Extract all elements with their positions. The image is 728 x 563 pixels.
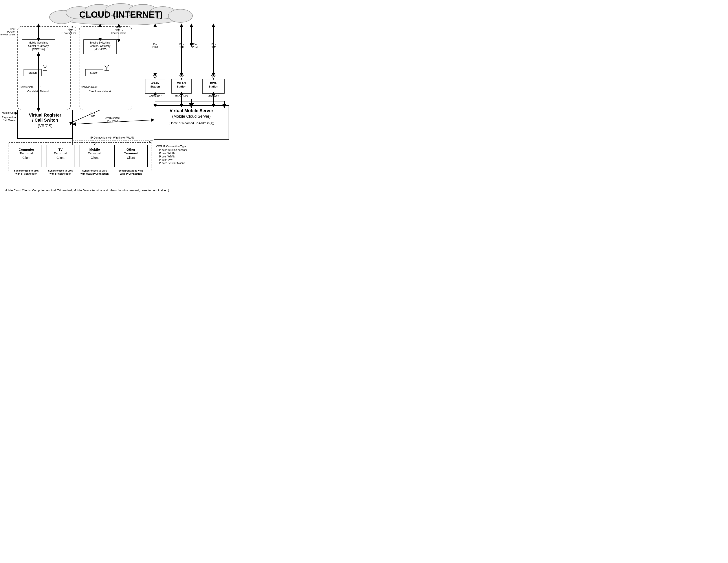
vms-ip-pdm1: IP or [192, 43, 197, 46]
registration-label2: Call Center [3, 119, 16, 122]
owa-box: OWA IP Connection Type: IP over Wireline… [156, 145, 187, 165]
svg-rect-8 [18, 26, 70, 110]
owa-item1: IP over Wireline network [158, 149, 187, 152]
left-msc-line2: Center / Gateway [28, 44, 49, 48]
tv-terminal-title1: TV [58, 148, 62, 151]
other-sync2: with IP Connection [120, 173, 142, 175]
computer-terminal-group: Computer Terminal Client [11, 145, 42, 167]
tv-sync2: with IP Connection [50, 173, 72, 175]
mobile-terminal-group: Mobile Terminal Client [79, 142, 110, 167]
wpan-title2: Station [150, 85, 160, 88]
wlan-title2: Station [177, 85, 186, 88]
vr-cs-group: Virtual Register / Call Switch (VR/CS) M… [2, 110, 73, 139]
owa-item2: IP over WLAN [158, 152, 175, 155]
vms-group: Virtual Mobile Server (Mobile Cloud Serv… [154, 106, 229, 140]
left-msc-line3: (MSC/GW) [32, 48, 45, 51]
center-to-vr-ip2: PDM [90, 115, 95, 117]
left-cellular-id-num: 1 [40, 86, 42, 89]
center-conn-label1-3: IP over others [61, 32, 76, 34]
cloud-shape: CLOUD (INTERNET) [50, 4, 193, 25]
vr-cs-subtitle: (VR/CS) [38, 124, 53, 128]
tv-terminal-title2: Terminal [54, 151, 67, 155]
left-conn-label-line2: PDM or [7, 30, 16, 33]
left-candidate-network: Mobile Switching Center / Gateway (MSC/G… [0, 25, 70, 110]
svg-marker-33 [211, 75, 215, 79]
center-msc-line1: Mobile Switching [90, 41, 110, 44]
owa-item4: IP over BWA [158, 158, 173, 162]
mobile-sync1: Synchronized to VMS [82, 169, 107, 172]
svg-line-40 [73, 110, 100, 122]
vms-ip-pdm2: PDM [192, 46, 198, 48]
ip-connection-label: IP Connection with Wireline or WLAN [90, 136, 134, 139]
other-terminal-title1: Other [127, 148, 135, 151]
svg-marker-30 [180, 75, 183, 79]
other-sync1: Synchronized to VMS [119, 169, 143, 172]
vms-title1: Virtual Mobile Server [170, 108, 213, 113]
bottom-caption: Mobile Cloud Clients: Computer terminal,… [4, 189, 238, 192]
sync-label1: Synchronized [105, 117, 120, 119]
cloud-title: CLOUD (INTERNET) [79, 10, 163, 19]
left-station-label: Station [28, 71, 37, 74]
mobile-sync2: with OWA IP Connection [80, 173, 109, 175]
tv-terminal-sub: Client [57, 156, 64, 160]
bwa-title2: Station [209, 85, 218, 88]
vr-cs-title1: Virtual Register [29, 113, 61, 118]
svg-marker-50 [93, 142, 96, 145]
mobile-terminal-sub: Client [91, 156, 99, 160]
center-to-vr-ip1: IP or [90, 112, 95, 114]
vms-detail: (Home or Roamed IP Address(s)) [169, 121, 214, 125]
wpan-title1: WPAN [151, 82, 160, 85]
center-msc-line3: (MSC/GW) [94, 48, 107, 51]
svg-marker-11 [43, 65, 47, 68]
other-terminal-title2: Terminal [124, 151, 138, 155]
other-terminal-sub: Client [127, 156, 135, 160]
wlan-title1: WLAN [177, 82, 186, 85]
center-msc-line2: Center / Gateway [90, 44, 110, 48]
computer-sync1: Synchronized to VMS [14, 169, 39, 172]
center-candidate-network: Mobile Switching Center / Gateway (MSC/G… [61, 25, 132, 110]
svg-marker-18 [105, 65, 109, 68]
sync-label2: IP or PDM [107, 120, 118, 123]
svg-rect-15 [79, 26, 132, 110]
center-conn-label1-1: IP or [71, 26, 76, 29]
left-conn-label-line3: IP over others [0, 33, 16, 36]
left-msc-line1: Mobile Switching [29, 41, 48, 44]
svg-line-60 [147, 140, 154, 143]
other-terminal-group: Other Terminal Client [114, 145, 147, 167]
full-diagram: CLOUD (INTERNET) Mobile Switching Center… [4, 4, 238, 187]
center-conn-label1-2: PDM or [68, 29, 76, 31]
owa-title: OWA IP Connection Type: [156, 145, 187, 148]
left-cellular-id: Cellular ID# [20, 86, 33, 89]
registration-label1: Registration [2, 116, 16, 119]
computer-terminal-title1: Computer [19, 148, 34, 151]
computer-terminal-sub: Client [22, 156, 30, 160]
svg-point-7 [168, 9, 193, 22]
computer-sync2: with IP Connection [15, 173, 37, 175]
mobile-terminal-title2: Terminal [88, 151, 101, 155]
left-conn-label-line1: IP or [10, 28, 15, 30]
vms-subtitle: (Mobile Cloud Server) [172, 114, 211, 119]
owa-item5: IP over Cellular Mobile [158, 162, 185, 165]
svg-marker-27 [153, 75, 157, 79]
diagram-container: CLOUD (INTERNET) Mobile Switching Center… [4, 4, 238, 192]
bwa-title1: BWA [210, 82, 217, 85]
diagram-svg: CLOUD (INTERNET) Mobile Switching Center… [4, 4, 238, 187]
center-candidate-label: Candidate Network [89, 90, 112, 93]
vr-cs-title2: / Call Switch [32, 118, 58, 123]
tv-sync1: Synchronized to VMS [48, 169, 73, 172]
center-station-label: Station [90, 71, 98, 74]
mobile-terminal-title1: Mobile [89, 148, 100, 151]
mobile-user-label: Mobile User [2, 111, 16, 114]
tv-terminal-group: TV Terminal Client [46, 145, 75, 167]
computer-terminal-title2: Terminal [20, 151, 33, 155]
owa-item3: IP over WPAN [158, 155, 175, 158]
center-cellular-id: Cellular ID# m [81, 86, 97, 89]
